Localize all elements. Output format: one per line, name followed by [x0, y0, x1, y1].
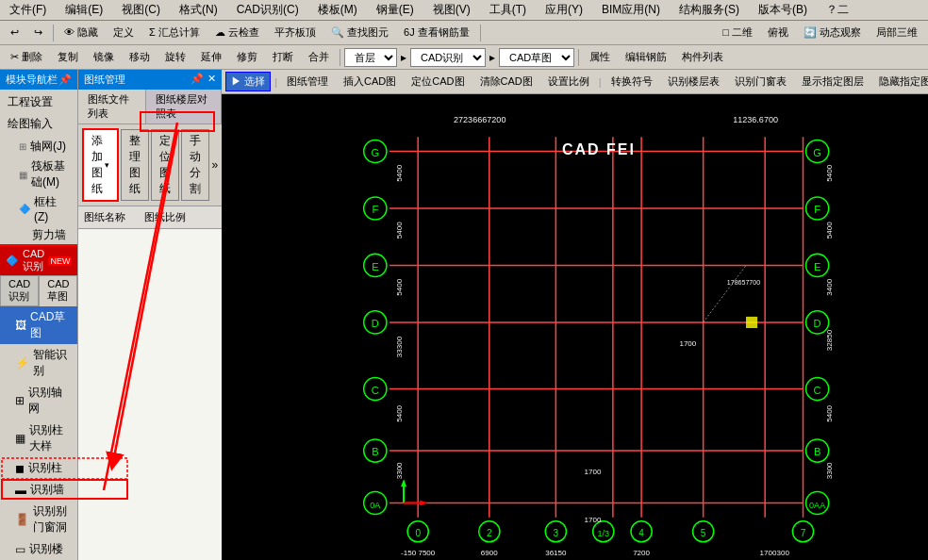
break-button[interactable]: 打断: [266, 47, 300, 67]
door-window-table-btn[interactable]: 识别门窗表: [729, 72, 792, 91]
svg-text:F: F: [814, 204, 820, 215]
svg-text:5400: 5400: [395, 404, 404, 421]
svg-text:E: E: [814, 261, 820, 272]
sidebar-tab-cad-sketch[interactable]: CAD草图: [39, 275, 77, 306]
cad-item-wall[interactable]: ▬ 识别墙: [0, 479, 77, 501]
hide-element-btn[interactable]: 隐藏指定图元: [873, 72, 928, 91]
rebar-button[interactable]: 6J 查看钢筋量: [397, 23, 476, 42]
svg-text:0: 0: [416, 528, 422, 538]
sidebar-drawing-input[interactable]: 绘图输入: [0, 113, 77, 135]
close-icon[interactable]: ✕: [207, 73, 216, 87]
cad-title: CAD FEI: [562, 141, 636, 158]
rotate-button[interactable]: 旋转: [158, 47, 192, 67]
convert-symbol-btn[interactable]: 转换符号: [605, 72, 658, 91]
locate-drawing-button[interactable]: 定位图纸: [151, 129, 179, 201]
menu-app[interactable]: 应用(Y): [539, 0, 588, 20]
panel-tab-floor-map[interactable]: 图纸楼层对照表: [146, 90, 222, 124]
cad-item-column-detail[interactable]: ▦ 识别柱大样: [0, 420, 77, 457]
redo-button[interactable]: ↪: [27, 24, 49, 41]
sidebar-project-settings[interactable]: 工程设置: [0, 91, 77, 113]
tree-item-column[interactable]: 🔷 框柱(Z): [0, 192, 77, 225]
cad-wall-icon: ▬: [15, 484, 26, 497]
undo-button[interactable]: ↩: [4, 24, 25, 41]
column-icon: 🔷: [19, 204, 30, 214]
cad-section-header[interactable]: 🔷 CAD识别 NEW: [0, 246, 77, 275]
menu-bim[interactable]: BIM应用(N): [596, 0, 666, 20]
edit-rebar-button[interactable]: 编辑钢筋: [619, 47, 673, 67]
cad-item-smart[interactable]: ⚡ 智能识别: [0, 344, 77, 382]
select-button[interactable]: ▶ 选择: [225, 72, 271, 91]
panel-tab-file-list[interactable]: 图纸文件列表: [78, 90, 146, 124]
split-drawing-button[interactable]: 手动分割: [181, 129, 209, 201]
property-button[interactable]: 属性: [583, 47, 617, 67]
separator-4: [578, 49, 579, 66]
merge-button[interactable]: 合并: [302, 47, 336, 67]
set-scale-btn[interactable]: 设置比例: [542, 72, 595, 91]
hide-button[interactable]: 👁 隐藏: [58, 23, 105, 42]
local-3d-button[interactable]: 局部三维: [870, 23, 924, 42]
locate-cad-btn[interactable]: 定位CAD图: [406, 72, 470, 91]
floor-select[interactable]: 首层: [344, 48, 397, 67]
menu-cad[interactable]: CAD识别(C): [231, 0, 305, 20]
svg-text:E: E: [372, 261, 378, 272]
cad-recognition-select[interactable]: CAD识别: [410, 48, 486, 67]
new-badge: NEW: [48, 256, 72, 266]
menu-tools[interactable]: 工具(T): [484, 0, 532, 20]
panel-expand-icon[interactable]: »: [211, 158, 218, 172]
cad-item-column2[interactable]: ◼ 识别柱: [0, 457, 77, 479]
cad-item-door-window-label: 识别别门窗洞: [33, 503, 70, 535]
cad-item-floor2[interactable]: ▭ 识别楼: [0, 538, 77, 560]
show-layer-btn[interactable]: 显示指定图层: [796, 72, 870, 91]
menu-struct[interactable]: 结构服务(S): [673, 0, 745, 20]
orbit-button[interactable]: 🔄 动态观察: [797, 23, 868, 42]
cad-canvas[interactable]: CAD FEI G F E D C: [222, 94, 928, 560]
drawing-manage-btn[interactable]: 图纸管理: [281, 72, 334, 91]
menu-version[interactable]: 版本号(B): [753, 0, 813, 20]
insert-cad-btn[interactable]: 插入CAD图: [338, 72, 402, 91]
menu-steel[interactable]: 钢量(E): [371, 0, 420, 20]
col-drawing-scale: 图纸比例: [142, 208, 218, 226]
grid-icon: ⊞: [19, 141, 26, 152]
manage-drawing-button[interactable]: 整理图纸: [121, 129, 149, 201]
sidebar-tab-cad-recognition[interactable]: CAD识别: [0, 275, 39, 306]
svg-text:36150: 36150: [545, 549, 567, 557]
move-button[interactable]: 移动: [123, 47, 157, 67]
sidebar-pin-icon[interactable]: 📌: [58, 74, 72, 86]
pin-icon[interactable]: 📌: [191, 73, 204, 87]
define-button[interactable]: 定义: [107, 23, 141, 42]
cloud-check-button[interactable]: ☁ 云检查: [208, 23, 266, 42]
menu-edit[interactable]: 编辑(E): [59, 0, 108, 20]
top-view-button[interactable]: 俯视: [761, 23, 795, 42]
flat-top-button[interactable]: 平齐板顶: [268, 23, 323, 42]
add-drawing-button[interactable]: 添加图纸 ▾: [82, 128, 119, 202]
svg-text:7200: 7200: [633, 549, 650, 557]
tree-item-axis[interactable]: ⊞ 轴网(J): [0, 137, 77, 156]
mirror-button[interactable]: 镜像: [87, 47, 121, 67]
col-drawing-name: 图纸名称: [82, 208, 142, 226]
tree-item-raft[interactable]: ▦ 筏板基础(M): [0, 156, 77, 192]
copy-button[interactable]: 复制: [51, 47, 85, 67]
menu-floor[interactable]: 楼板(M): [312, 0, 363, 20]
cad-item-door-window[interactable]: 🚪 识别别门窗洞: [0, 501, 77, 538]
separator-1: [53, 25, 54, 41]
menu-file[interactable]: 文件(F): [4, 0, 52, 20]
clear-cad-btn[interactable]: 清除CAD图: [474, 72, 539, 91]
extend-button[interactable]: 延伸: [194, 47, 228, 67]
tree-item-column-label: 框柱(Z): [34, 194, 66, 223]
menu-format[interactable]: 格式(N): [174, 0, 224, 20]
delete-button[interactable]: ✂ 删除: [4, 47, 49, 67]
find-button[interactable]: 🔍 查找图元: [324, 23, 395, 42]
menu-view[interactable]: 视图(C): [116, 0, 166, 20]
cad-item-axis[interactable]: ⊞ 识别轴网: [0, 382, 77, 420]
menu-help[interactable]: ？二: [820, 0, 854, 20]
svg-text:B: B: [372, 446, 378, 457]
cad-item-sketch[interactable]: 🖼 CAD草图: [0, 306, 77, 344]
trim-button[interactable]: 修剪: [230, 47, 264, 67]
cad-sketch-select[interactable]: CAD草图: [499, 48, 574, 67]
menu-view2[interactable]: 视图(V): [427, 0, 476, 20]
tree-item-shear-wall[interactable]: ▬ 剪力墙(Q): [0, 225, 77, 240]
component-list-button[interactable]: 构件列表: [675, 47, 730, 67]
sum-button[interactable]: Σ 汇总计算: [142, 23, 207, 42]
2d-button[interactable]: □ 二维: [716, 23, 759, 42]
floor-table-btn[interactable]: 识别楼层表: [662, 72, 725, 91]
